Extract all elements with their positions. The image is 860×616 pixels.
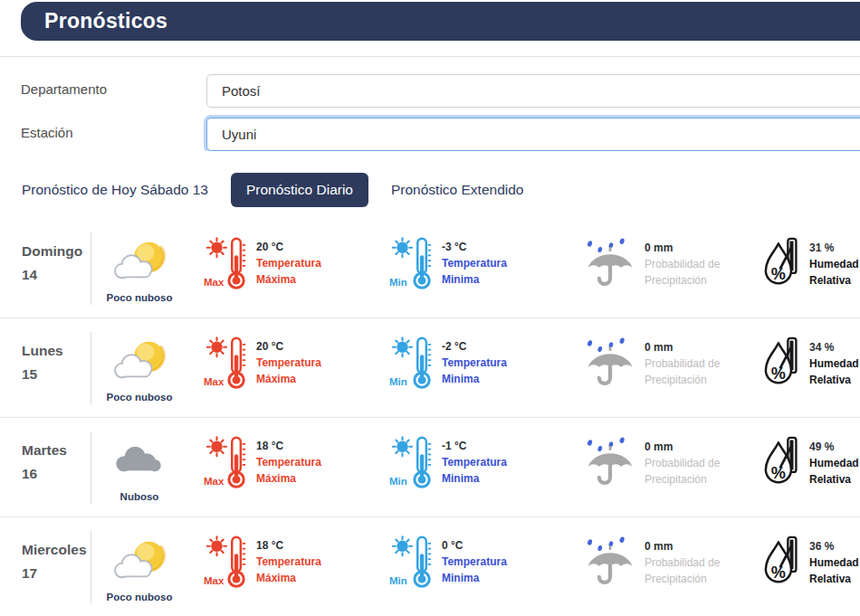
precipitation-metric: 0 mm Probabilidad de Precipitación	[584, 535, 763, 592]
tab-extended-forecast[interactable]: Pronóstico Extendido	[391, 182, 523, 198]
umbrella-rain-icon	[584, 436, 636, 492]
weather-condition-icon	[107, 535, 172, 583]
humidity-droplet-icon	[763, 336, 801, 393]
min-badge: Min	[389, 277, 407, 288]
weather-condition-icon	[107, 335, 172, 384]
precip-label-2: Precipitación	[645, 473, 720, 486]
temp-min-value: -2 °C	[442, 340, 507, 353]
thermometer-min-icon: Min	[392, 435, 434, 493]
temp-label: Temperatura	[442, 555, 507, 568]
humidity-droplet-icon	[763, 535, 801, 592]
thermometer-min-icon: Min	[392, 236, 434, 294]
humidity-value: 34 %	[809, 341, 859, 354]
max-label: Máxima	[256, 273, 321, 286]
max-label: Máxima	[256, 572, 321, 584]
humidity-label-2: Relativa	[809, 573, 859, 585]
cloud-icon	[111, 441, 167, 476]
humidity-metric: 49 % Humedad Relativa	[763, 436, 860, 492]
weather-cell: Nuboso	[95, 434, 184, 502]
temp-min-value: -3 °C	[442, 241, 507, 253]
max-badge: Max	[204, 277, 224, 288]
vertical-divider	[91, 232, 91, 305]
temp-min-value: 0 °C	[442, 539, 507, 552]
precip-label-2: Precipitación	[645, 274, 720, 287]
humidity-label-1: Humedad	[809, 556, 859, 569]
day-cell: Martes 16	[22, 439, 91, 485]
forecast-tabs: Pronóstico de Hoy Sábado 13 Pronóstico D…	[0, 173, 860, 207]
humidity-label-1: Humedad	[809, 457, 859, 469]
temp-label: Temperatura	[256, 555, 321, 568]
umbrella-rain-icon	[584, 237, 636, 293]
sun-cloud-icon	[107, 236, 172, 283]
day-name: Martes	[22, 439, 91, 462]
weather-condition-icon	[107, 235, 172, 284]
thermometer-max-icon: Max	[206, 336, 248, 393]
umbrella-rain-icon	[584, 535, 636, 592]
min-badge: Min	[389, 376, 407, 387]
vertical-divider	[91, 531, 91, 603]
min-label: Minima	[442, 373, 507, 385]
day-number: 17	[22, 562, 91, 585]
thermometer-min-icon: Min	[392, 336, 434, 393]
min-label: Minima	[442, 572, 507, 584]
page-header: Pronósticos	[21, 2, 860, 41]
temp-max-value: 18 °C	[256, 539, 321, 552]
forecast-row-domingo: Domingo 14 Poco nuboso Max 20 °C Tempera…	[0, 219, 860, 318]
precip-label-1: Probabilidad de	[645, 457, 720, 469]
forecast-row-lunes: Lunes 15 Poco nuboso Max 20 °C Temperatu…	[0, 318, 860, 418]
temp-label: Temperatura	[442, 257, 507, 270]
min-label: Minima	[442, 472, 507, 485]
tab-today-forecast[interactable]: Pronóstico de Hoy Sábado 13	[22, 182, 208, 198]
thermometer-max-icon: Max	[206, 535, 248, 592]
humidity-value: 36 %	[809, 540, 859, 553]
max-badge: Max	[204, 575, 224, 586]
humidity-metric: 36 % Humedad Relativa	[763, 535, 860, 592]
temp-label: Temperatura	[442, 356, 507, 369]
day-number: 16	[22, 462, 91, 486]
day-number: 14	[22, 263, 91, 287]
humidity-label-2: Relativa	[809, 274, 859, 287]
forecast-row-miercoles: Miercoles 17 Poco nuboso Max 18 °C Tempe…	[0, 517, 860, 616]
min-label: Minima	[442, 273, 507, 286]
sun-cloud-icon	[107, 535, 172, 583]
tab-daily-forecast[interactable]: Pronóstico Diario	[231, 173, 368, 207]
temp-min-value: -1 °C	[442, 440, 507, 452]
temp-label: Temperatura	[256, 356, 321, 369]
forecast-row-martes: Martes 16 Nuboso Max 18 °C Temperatura M…	[0, 418, 860, 517]
day-number: 15	[22, 363, 91, 386]
day-cell: Domingo 14	[22, 240, 91, 286]
station-select[interactable]	[206, 118, 860, 151]
precipitation-value: 0 mm	[645, 441, 720, 453]
precipitation-metric: 0 mm Probabilidad de Precipitación	[584, 336, 763, 393]
department-select[interactable]	[206, 74, 860, 108]
temp-min-metric: Min 0 °C Temperatura Minima	[392, 535, 584, 592]
condition-label: Poco nuboso	[107, 292, 173, 303]
temp-max-metric: Max 20 °C Temperatura Máxima	[184, 236, 392, 294]
weather-cell: Poco nuboso	[95, 235, 184, 303]
precip-label-1: Probabilidad de	[645, 357, 720, 370]
min-badge: Min	[389, 476, 407, 487]
max-label: Máxima	[256, 373, 321, 385]
weather-condition-icon	[111, 434, 167, 483]
temp-max-metric: Max 18 °C Temperatura Máxima	[184, 435, 392, 493]
precip-label-1: Probabilidad de	[645, 556, 720, 569]
day-name: Miercoles	[22, 538, 91, 562]
umbrella-rain-icon	[584, 336, 636, 393]
weather-cell: Poco nuboso	[95, 535, 184, 602]
filters-section: Departamento Estación	[0, 57, 860, 151]
max-badge: Max	[204, 476, 224, 487]
max-label: Máxima	[256, 472, 321, 485]
day-cell: Miercoles 17	[22, 538, 91, 584]
humidity-label-2: Relativa	[809, 374, 859, 386]
min-badge: Min	[389, 575, 407, 586]
day-name: Lunes	[22, 339, 91, 363]
max-badge: Max	[204, 376, 224, 387]
weather-cell: Poco nuboso	[95, 335, 184, 403]
temp-min-metric: Min -1 °C Temperatura Minima	[392, 435, 584, 493]
temp-max-value: 20 °C	[256, 340, 321, 353]
temp-max-metric: Max 20 °C Temperatura Máxima	[184, 336, 392, 393]
forecast-rows: Domingo 14 Poco nuboso Max 20 °C Tempera…	[0, 219, 860, 616]
temp-max-value: 20 °C	[256, 241, 321, 253]
condition-label: Poco nuboso	[107, 392, 173, 403]
humidity-value: 31 %	[809, 242, 859, 254]
